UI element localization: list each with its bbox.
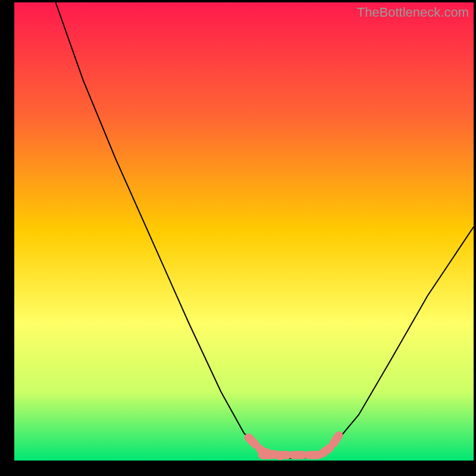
bottleneck-chart [0, 0, 476, 476]
gradient-background [14, 2, 474, 461]
chart-container: TheBottleneck.com [0, 0, 476, 476]
watermark-text: TheBottleneck.com [357, 5, 469, 20]
